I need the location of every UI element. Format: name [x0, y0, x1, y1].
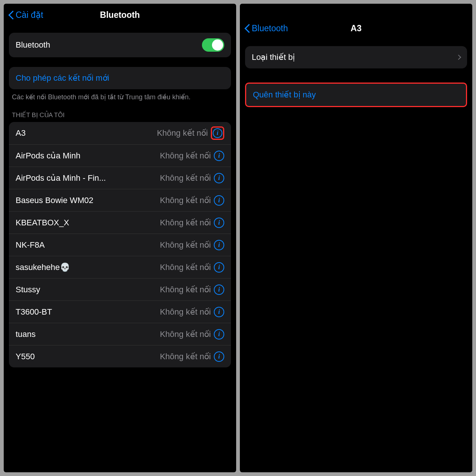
- device-row[interactable]: A3Không kết nốii: [9, 122, 231, 144]
- device-status: Không kết nối: [160, 218, 211, 228]
- device-status: Không kết nối: [160, 240, 211, 250]
- allow-new-group: Cho phép các kết nối mới: [9, 67, 231, 89]
- device-list: A3Không kết nốiiAirPods của MinhKhông kế…: [9, 122, 231, 367]
- info-icon[interactable]: i: [214, 307, 224, 317]
- device-name: Baseus Bowie WM02: [16, 196, 160, 205]
- info-icon[interactable]: i: [214, 218, 224, 228]
- info-icon[interactable]: i: [214, 240, 224, 250]
- device-row[interactable]: NK-F8AKhông kết nốii: [9, 234, 231, 256]
- info-icon[interactable]: i: [211, 126, 224, 140]
- bluetooth-toggle-label: Bluetooth: [16, 40, 202, 50]
- device-name: A3: [16, 128, 157, 138]
- forget-device-group: Quên thiết bị này: [245, 83, 467, 107]
- device-name: tuans: [16, 329, 160, 339]
- allow-new-label: Cho phép các kết nối mới: [16, 73, 224, 83]
- content-left: Bluetooth Cho phép các kết nối mới Các k…: [4, 26, 236, 373]
- device-type-group: Loại thiết bị: [245, 46, 467, 68]
- device-status: Không kết nối: [160, 151, 211, 161]
- my-devices-header: THIẾT BỊ CỦA TÔI: [9, 102, 231, 122]
- device-name: NK-F8A: [16, 240, 160, 250]
- device-row[interactable]: KBEATBOX_XKhông kết nốii: [9, 211, 231, 234]
- navbar-left: Cài đặt Bluetooth: [4, 4, 236, 26]
- device-status: Không kết nối: [160, 352, 211, 361]
- info-icon[interactable]: i: [214, 151, 224, 161]
- allow-new-footer: Các kết nối Bluetooth mới đã bị tắt từ T…: [9, 89, 231, 102]
- back-button[interactable]: Cài đặt: [8, 10, 43, 20]
- device-row[interactable]: tuansKhông kết nốii: [9, 323, 231, 345]
- device-name: sasukehehe💀: [16, 263, 160, 272]
- device-type-row[interactable]: Loại thiết bị: [245, 46, 467, 68]
- device-status: Không kết nối: [160, 307, 211, 317]
- device-type-label: Loại thiết bị: [252, 52, 457, 62]
- device-row[interactable]: AirPods của MinhKhông kết nốii: [9, 144, 231, 167]
- device-name: Stussy: [16, 285, 160, 295]
- device-row[interactable]: StussyKhông kết nốii: [9, 278, 231, 300]
- navbar-right: Bluetooth A3: [240, 4, 472, 39]
- device-row[interactable]: AirPods của Minh - Fin...Không kết nốii: [9, 167, 231, 189]
- device-status: Không kết nối: [160, 285, 211, 295]
- back-button[interactable]: Bluetooth: [244, 23, 288, 33]
- bluetooth-list-screen: Cài đặt Bluetooth Bluetooth Cho phép các…: [4, 4, 236, 472]
- chevron-left-icon: [8, 10, 15, 20]
- device-status: Không kết nối: [160, 329, 211, 339]
- forget-device-button[interactable]: Quên thiết bị này: [246, 84, 466, 106]
- device-row[interactable]: sasukehehe💀Không kết nốii: [9, 256, 231, 278]
- info-icon[interactable]: i: [214, 195, 224, 206]
- device-status: Không kết nối: [160, 196, 211, 205]
- back-label: Bluetooth: [252, 23, 288, 33]
- info-icon[interactable]: i: [214, 351, 224, 362]
- device-name: Y550: [16, 352, 160, 361]
- bluetooth-toggle-row[interactable]: Bluetooth: [9, 33, 231, 57]
- device-row[interactable]: Y550Không kết nốii: [9, 345, 231, 367]
- device-status: Không kết nối: [157, 128, 208, 138]
- content-right: Loại thiết bị Quên thiết bị này: [240, 39, 472, 112]
- device-name: T3600-BT: [16, 307, 160, 317]
- device-status: Không kết nối: [160, 263, 211, 272]
- bluetooth-toggle-group: Bluetooth: [9, 33, 231, 57]
- info-icon[interactable]: i: [214, 262, 224, 273]
- device-status: Không kết nối: [160, 173, 211, 183]
- chevron-left-icon: [244, 23, 251, 33]
- info-icon[interactable]: i: [214, 329, 224, 340]
- forget-device-label: Quên thiết bị này: [253, 90, 459, 100]
- allow-new-connections-button[interactable]: Cho phép các kết nối mới: [9, 67, 231, 89]
- back-label: Cài đặt: [16, 10, 43, 20]
- info-icon[interactable]: i: [214, 173, 224, 183]
- device-name: AirPods của Minh: [16, 151, 160, 161]
- device-detail-screen: Bluetooth A3 Loại thiết bị Quên thiết bị…: [240, 4, 472, 472]
- device-row[interactable]: T3600-BTKhông kết nốii: [9, 300, 231, 323]
- device-name: AirPods của Minh - Fin...: [16, 173, 160, 183]
- device-name: KBEATBOX_X: [16, 218, 160, 228]
- bluetooth-toggle[interactable]: [202, 38, 224, 52]
- info-icon[interactable]: i: [214, 284, 224, 295]
- chevron-right-icon: [456, 55, 461, 60]
- device-row[interactable]: Baseus Bowie WM02Không kết nốii: [9, 189, 231, 211]
